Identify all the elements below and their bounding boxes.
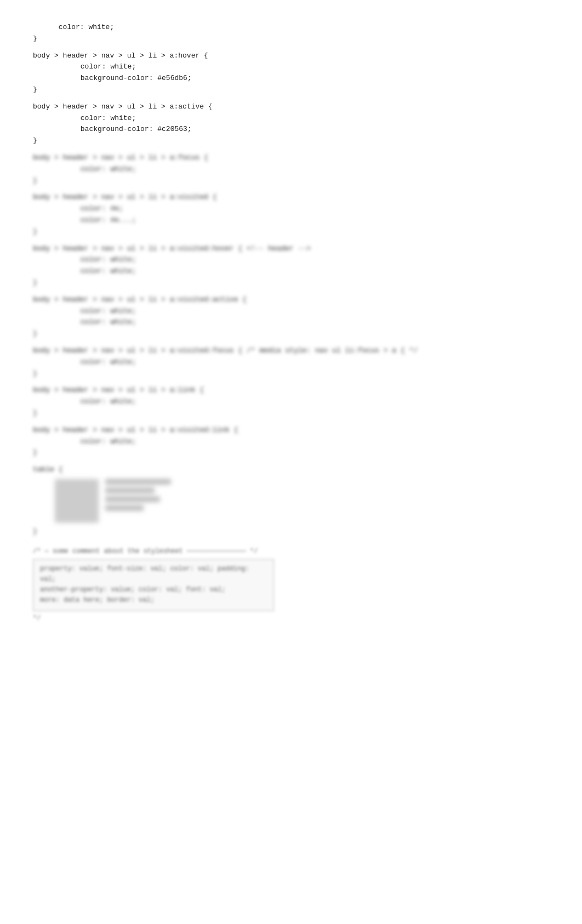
blurred-section-3: body > header > nav > ul > li > a:visite… [33,243,549,289]
blurred-prop-2a: color: #e; [33,203,549,215]
blurred-prop-6: color: white; [33,396,549,408]
blurred-selector-1: body > header > nav > ul > li > a:focus … [33,152,549,164]
blurred-selector-3: body > header > nav > ul > li > a:visite… [33,243,549,255]
blurred-closing-2: } [33,226,549,238]
comment-line-2: another-property: value; color: val; fon… [40,585,267,595]
prop-bg-hover: background-color: #e56db6; [33,73,549,84]
blurred-selector-4: body > header > nav > ul > li > a:visite… [33,294,549,306]
blurred-prop-3b: color: white; [33,266,549,277]
code-line-closing-1: } [33,33,549,45]
blurred-comment-section: /* — some comment about the stylesheet —… [33,546,549,624]
blurred-table-section: table { } [33,464,549,538]
blurred-selector-2: body > header > nav > ul > li > a:visite… [33,192,549,203]
blurred-closing-7: } [33,447,549,459]
section-color-white: color: white; } [33,22,549,45]
blurred-closing-3: } [33,277,549,289]
blurred-prop-4a: color: white; [33,306,549,317]
section-hover: body > header > nav > ul > li > a:hover … [33,50,549,96]
comment-close: */ [33,613,549,624]
blurred-table-closing: } [33,526,549,538]
blurred-prop-2b: color: #e...; [33,215,549,226]
section-active: body > header > nav > ul > li > a:active… [33,101,549,147]
prop-color-active: color: white; [33,113,549,124]
blurred-section-7: body > header > nav > ul > li > a:visite… [33,425,549,459]
selector-active: body > header > nav > ul > li > a:active… [33,101,549,113]
blurred-prop-5: color: white; [33,357,549,368]
blurred-prop-1: color: white; [33,164,549,175]
blurred-section-6: body > header > nav > ul > li > a:link {… [33,385,549,419]
blurred-selector-5: body > header > nav > ul > li > a:visite… [33,345,549,357]
blurred-prop-3a: color: white; [33,254,549,266]
comment-line-1: property: value; font-size: val; color: … [40,564,267,585]
closing-hover: } [33,84,549,96]
blurred-prop-7: color: white; [33,436,549,448]
blurred-closing-6: } [33,408,549,419]
code-editor: color: white; } body > header > nav > ul… [33,22,549,624]
blurred-closing-4: } [33,328,549,340]
blurred-section-4: body > header > nav > ul > li > a:visite… [33,294,549,340]
blurred-selector-6: body > header > nav > ul > li > a:link { [33,385,549,396]
code-line-color: color: white; [33,22,549,33]
blurred-closing-5: } [33,368,549,380]
closing-active: } [33,135,549,147]
blurred-section-2: body > header > nav > ul > li > a:visite… [33,192,549,237]
prop-color-hover: color: white; [33,61,549,73]
prop-bg-active: background-color: #c20563; [33,124,549,135]
selector-hover: body > header > nav > ul > li > a:hover … [33,50,549,62]
blurred-selector-7: body > header > nav > ul > li > a:visite… [33,425,549,436]
blurred-table-selector: table { [33,464,549,476]
blurred-prop-4b: color: white; [33,317,549,328]
blurred-section-1: body > header > nav > ul > li > a:focus … [33,152,549,186]
comment-line-3: more: data here; border: val; [40,595,267,606]
comment-open: /* — some comment about the stylesheet —… [33,546,549,557]
blurred-section-5: body > header > nav > ul > li > a:visite… [33,345,549,379]
blurred-closing-1: } [33,175,549,187]
